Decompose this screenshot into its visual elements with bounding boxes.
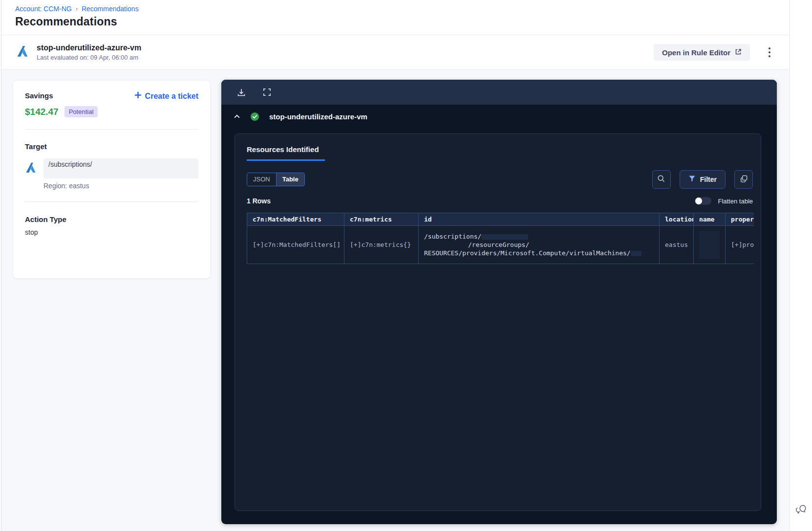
col-properties: properties (726, 213, 754, 226)
col-name: name (694, 213, 726, 226)
cell-metrics[interactable]: [+]c7n:metrics{} (344, 226, 419, 264)
search-button[interactable] (652, 170, 671, 189)
chevron-up-icon[interactable] (233, 112, 241, 120)
savings-card: Savings Create a ticket $142.47 Potentia… (13, 81, 210, 278)
azure-icon (16, 45, 29, 60)
redacted-text (631, 251, 641, 256)
breadcrumb-account-link[interactable]: Account: CCM-NG (15, 5, 72, 13)
breadcrumb: Account: CCM-NG › Recommendations (15, 5, 789, 13)
create-ticket-button[interactable]: Create a ticket (134, 91, 198, 101)
col-id: id (419, 213, 660, 226)
view-controls: JSON Table (247, 170, 753, 189)
potential-badge: Potential (64, 106, 98, 117)
fullscreen-icon[interactable] (261, 87, 272, 98)
right-rail (790, 0, 812, 531)
chat-bubbles-icon (795, 503, 807, 517)
cell-name (694, 226, 726, 264)
toggle-json[interactable]: JSON (247, 173, 277, 186)
filter-icon (688, 175, 696, 184)
redacted-block (699, 231, 720, 259)
table-row: [+]c7n:MatchedFilters[] [+]c7n:metrics{}… (247, 226, 754, 264)
content-area: Savings Create a ticket $142.47 Potentia… (1, 70, 789, 531)
rule-header: stop-underutilized-azure-vm Last evaluat… (1, 35, 789, 70)
tab-resources-identified[interactable]: Resources Identified (247, 145, 325, 161)
cell-matched-filters[interactable]: [+]c7n:MatchedFilters[] (247, 226, 344, 264)
download-icon[interactable] (236, 87, 247, 98)
toggle-table[interactable]: Table (277, 173, 304, 186)
savings-amount: $142.47 (25, 107, 59, 117)
search-icon (657, 175, 665, 185)
flatten-table-toggle[interactable] (695, 197, 711, 205)
breadcrumb-separator: › (76, 5, 78, 12)
col-metrics: c7n:metrics (344, 213, 419, 226)
success-check-icon (250, 112, 259, 121)
target-path-text: /subscriptions/ (48, 160, 92, 168)
azure-icon-small (25, 162, 37, 176)
results-panel: stop-underutilized-azure-vm Resources Id… (221, 80, 777, 524)
panel-rule-title: stop-underutilized-azure-vm (269, 112, 367, 121)
view-toggle: JSON Table (247, 173, 305, 186)
create-ticket-label: Create a ticket (145, 92, 198, 101)
chat-help-button[interactable] (794, 503, 809, 517)
action-type-value: stop (25, 228, 198, 236)
resources-table-container: c7n:MatchedFilters c7n:metrics id locati… (247, 213, 754, 264)
cell-id: /subscriptions/ /resourceGroups/ RESOURC… (419, 226, 660, 264)
target-label: Target (25, 142, 198, 151)
main-area: Account: CCM-NG › Recommendations Recomm… (1, 0, 789, 531)
redacted-text (481, 234, 528, 240)
savings-label: Savings (25, 91, 53, 100)
rule-title: stop-underutilized-azure-vm (37, 44, 141, 52)
resources-identified-card: Resources Identified JSON Table (235, 133, 761, 511)
external-link-icon (735, 48, 742, 57)
resources-table: c7n:MatchedFilters c7n:metrics id locati… (247, 213, 754, 264)
target-region: Region: eastus (43, 182, 198, 190)
target-path: /subscriptions/ (43, 158, 198, 178)
page-title: Recommendations (15, 15, 789, 28)
divider (25, 201, 198, 202)
open-in-rule-editor-button[interactable]: Open in Rule Editor (654, 44, 750, 61)
results-toolbar (221, 80, 777, 105)
copy-icon (740, 175, 748, 185)
rule-info: stop-underutilized-azure-vm Last evaluat… (37, 44, 141, 61)
divider (25, 129, 198, 130)
filter-button[interactable]: Filter (680, 170, 726, 189)
action-type-label: Action Type (25, 215, 198, 223)
recommendations-page: Account: CCM-NG › Recommendations Recomm… (0, 0, 812, 531)
cell-properties[interactable]: [+]properties{} (726, 226, 754, 264)
table-header-row: c7n:MatchedFilters c7n:metrics id locati… (247, 213, 754, 226)
page-header: Account: CCM-NG › Recommendations Recomm… (1, 0, 789, 35)
plus-icon (134, 91, 142, 101)
filter-label: Filter (700, 176, 717, 183)
tab-label: Resources Identified (247, 145, 320, 154)
rule-result-header: stop-underutilized-azure-vm (221, 105, 777, 128)
rows-count: 1 Rows (247, 197, 271, 205)
breadcrumb-recommendations-link[interactable]: Recommendations (82, 5, 139, 13)
flatten-table-label: Flatten table (718, 198, 753, 205)
rule-last-evaluated: Last evaluated on: 09 Apr, 06:00 am (37, 54, 141, 61)
col-location: location (660, 213, 694, 226)
more-options-button[interactable] (764, 45, 775, 60)
col-matched-filters: c7n:MatchedFilters (247, 213, 344, 226)
copy-button[interactable] (734, 170, 753, 189)
cell-location: eastus (660, 226, 694, 264)
rows-bar: 1 Rows Flatten table (247, 197, 753, 205)
open-editor-label: Open in Rule Editor (662, 48, 730, 57)
